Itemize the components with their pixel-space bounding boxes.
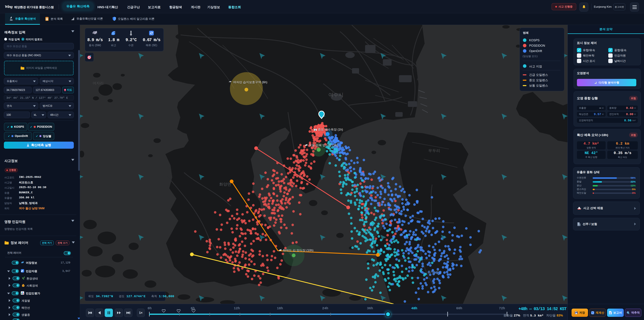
svg-text:$: $ [23,285,24,286]
svg-text:우두리: 우두리 [428,148,440,153]
svg-text:돌산읍: 돌산읍 [428,270,440,274]
svg-text:화양면: 화양면 [219,182,231,186]
svg-text:여자리: 여자리 [92,81,104,85]
svg-text:여수시: 여수시 [328,92,344,98]
